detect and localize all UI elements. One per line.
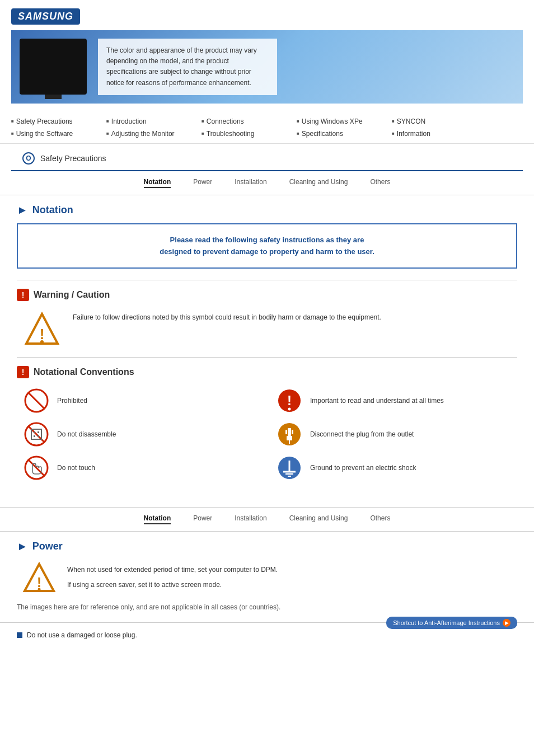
warning-description: Failure to follow directions noted by th… <box>73 309 381 323</box>
svg-rect-14 <box>38 435 39 437</box>
warning-title: Warning / Caution <box>34 290 110 300</box>
svg-rect-12 <box>38 431 39 433</box>
nav-using-software[interactable]: Using the Software <box>11 129 106 139</box>
conventions-grid: Prohibited ! Important to read and under… <box>22 387 517 482</box>
convention-no-disassemble: Do not disassemble <box>22 420 264 448</box>
convention-ground-label: Ground to prevent an electric shock <box>310 464 416 472</box>
samsung-logo: SAMSUNG <box>11 8 80 25</box>
conventions-section: ! Notational Conventions Prohibited ! <box>17 366 517 482</box>
convention-disconnect-plug: Disconnect the plug from the outlet <box>275 420 517 448</box>
svg-point-2 <box>40 340 44 344</box>
shortcut-button[interactable]: Shortcut to Anti-Afterimage Instructions… <box>386 617 517 629</box>
bottom-note-text: Do not use a damaged or loose plug. <box>27 631 137 639</box>
tab-installation[interactable]: Installation <box>235 178 266 188</box>
bottom-tab-installation[interactable]: Installation <box>235 514 266 524</box>
nav-col-1: Introduction Adjusting the Monitor <box>106 116 202 139</box>
convention-ground: Ground to prevent an electric shock <box>275 454 517 482</box>
nav-troubleshooting[interactable]: Troubleshooting <box>202 129 297 139</box>
tab-navigation: Notation Power Installation Cleaning and… <box>0 171 534 195</box>
convention-prohibited: Prohibited <box>22 387 264 415</box>
nav-syncon[interactable]: SYNCON <box>392 116 487 126</box>
info-box-line1: Please read the following safety instruc… <box>170 236 364 244</box>
header: SAMSUNG <box>0 0 534 30</box>
svg-text:!: ! <box>287 393 292 408</box>
bottom-tab-navigation: Notation Power Installation Cleaning and… <box>0 507 534 532</box>
tab-cleaning-using[interactable]: Cleaning and Using <box>289 178 348 188</box>
power-warning-triangle-icon: ! <box>22 561 56 595</box>
bottom-tab-notation[interactable]: Notation <box>144 514 171 524</box>
convention-disconnect-label: Disconnect the plug from the outlet <box>310 430 414 438</box>
notation-heading: ► Notation <box>17 204 517 217</box>
section-title-text: Safety Precautions <box>40 154 106 163</box>
shortcut-arrow-icon: ▶ <box>503 619 510 627</box>
svg-rect-13 <box>34 435 35 437</box>
content-area: ► Notation Please read the following saf… <box>0 195 534 496</box>
tab-power[interactable]: Power <box>193 178 212 188</box>
hero-description: The color and appearance of the product … <box>98 39 277 95</box>
convention-important-label: Important to read and understand at all … <box>310 397 444 405</box>
hero-monitor-image <box>20 39 87 95</box>
shortcut-label: Shortcut to Anti-Afterimage Instructions <box>393 619 500 626</box>
warning-heading: ! Warning / Caution <box>17 289 517 301</box>
power-heading: ► Power <box>17 540 517 553</box>
convention-prohibited-label: Prohibited <box>57 397 87 405</box>
power-line2: If using a screen saver, set it to activ… <box>67 576 278 591</box>
svg-text:!: ! <box>37 575 41 590</box>
svg-rect-17 <box>287 436 292 440</box>
nav-col-2: Connections Troubleshooting <box>202 116 297 139</box>
section-circle-icon: O <box>22 152 35 165</box>
power-line1: When not used for extended period of tim… <box>67 561 278 576</box>
svg-rect-18 <box>289 440 290 444</box>
nav-using-windows[interactable]: Using Windows XPe <box>297 116 392 126</box>
nav-col-0: Safety Precautions Using the Software <box>11 116 106 139</box>
bottom-tab-others[interactable]: Others <box>370 514 390 524</box>
warning-triangle-icon: ! <box>22 309 62 349</box>
disconnect-plug-icon <box>275 420 303 448</box>
blue-square-icon <box>17 632 22 638</box>
nav-links: Safety Precautions Using the Software In… <box>0 112 534 144</box>
section-title-bar: O Safety Precautions <box>11 147 523 171</box>
nav-introduction[interactable]: Introduction <box>106 116 202 126</box>
power-content: ! When not used for extended period of t… <box>22 561 517 595</box>
power-text-block: When not used for extended period of tim… <box>67 561 278 591</box>
no-touch-icon <box>22 454 50 482</box>
convention-no-disassemble-label: Do not disassemble <box>57 430 116 438</box>
nav-specifications[interactable]: Specifications <box>297 129 392 139</box>
ground-icon <box>275 454 303 482</box>
svg-text:!: ! <box>39 326 44 342</box>
notation-arrow-icon: ► <box>17 204 28 217</box>
divider-2 <box>17 357 517 358</box>
power-title: Power <box>32 541 63 552</box>
power-arrow-icon: ► <box>17 540 28 553</box>
nav-connections[interactable]: Connections <box>202 116 297 126</box>
nav-safety-precautions[interactable]: Safety Precautions <box>11 116 106 126</box>
conventions-heading: ! Notational Conventions <box>17 366 517 378</box>
nav-adjusting-monitor[interactable]: Adjusting the Monitor <box>106 129 202 139</box>
warning-section: ! Warning / Caution ! Failure to follow … <box>17 289 517 349</box>
warning-content: ! Failure to follow directions noted by … <box>22 309 517 349</box>
prohibited-icon <box>22 387 50 415</box>
conventions-red-icon: ! <box>17 366 29 378</box>
nav-col-3: Using Windows XPe Specifications <box>297 116 392 139</box>
nav-col-4: SYNCON Information <box>392 116 487 139</box>
svg-rect-19 <box>285 430 287 434</box>
bottom-tab-cleaning-using[interactable]: Cleaning and Using <box>289 514 348 524</box>
svg-line-4 <box>28 392 45 409</box>
notation-info-box: Please read the following safety instruc… <box>17 223 517 269</box>
power-section: ► Power ! When not used for extended per… <box>0 532 534 622</box>
bottom-tab-power[interactable]: Power <box>193 514 212 524</box>
nav-information[interactable]: Information <box>392 129 487 139</box>
svg-line-9 <box>28 426 45 443</box>
tab-others[interactable]: Others <box>370 178 390 188</box>
svg-rect-20 <box>292 430 293 434</box>
warning-red-icon: ! <box>17 289 29 301</box>
convention-no-touch: Do not touch <box>22 454 264 482</box>
convention-no-touch-label: Do not touch <box>57 464 95 472</box>
svg-point-7 <box>288 408 291 411</box>
tab-notation[interactable]: Notation <box>144 178 171 188</box>
svg-point-30 <box>38 588 41 591</box>
bottom-note-item: Do not use a damaged or loose plug. <box>17 631 517 639</box>
notation-title: Notation <box>32 204 73 216</box>
divider-1 <box>17 280 517 280</box>
conventions-title: Notational Conventions <box>34 367 134 377</box>
